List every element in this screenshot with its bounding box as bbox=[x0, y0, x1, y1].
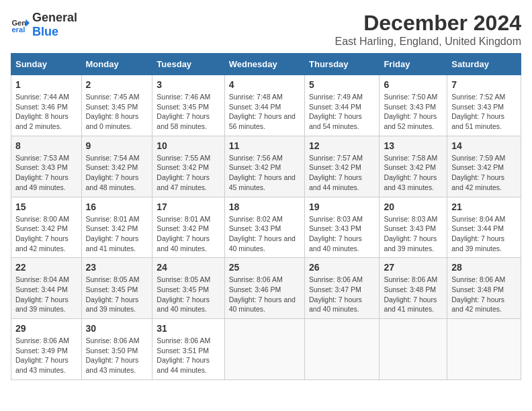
day-info: Sunrise: 7:56 AM Sunset: 3:42 PM Dayligh… bbox=[229, 153, 300, 193]
day-cell: 13 Sunrise: 7:58 AM Sunset: 3:42 PM Dayl… bbox=[380, 136, 447, 197]
sunrise: Sunrise: 8:01 AM bbox=[86, 215, 140, 223]
day-cell: 5 Sunrise: 7:49 AM Sunset: 3:44 PM Dayli… bbox=[305, 75, 380, 136]
sunset: Sunset: 3:45 PM bbox=[157, 285, 209, 293]
day-cell: 25 Sunrise: 8:06 AM Sunset: 3:46 PM Dayl… bbox=[224, 258, 304, 319]
day-number: 5 bbox=[309, 79, 375, 90]
logo-text: General Blue bbox=[32, 11, 77, 39]
subtitle: East Harling, England, United Kingdom bbox=[335, 36, 522, 48]
day-cell: 1 Sunrise: 7:44 AM Sunset: 3:46 PM Dayli… bbox=[11, 75, 82, 136]
day-number: 25 bbox=[229, 262, 300, 273]
daylight: Daylight: 7 hours and 43 minutes. bbox=[384, 173, 437, 191]
header-cell-tuesday: Tuesday bbox=[152, 54, 224, 75]
day-cell: 10 Sunrise: 7:55 AM Sunset: 3:42 PM Dayl… bbox=[152, 136, 224, 197]
sunset: Sunset: 3:43 PM bbox=[384, 103, 436, 111]
week-row-4: 22 Sunrise: 8:04 AM Sunset: 3:44 PM Dayl… bbox=[11, 258, 521, 319]
day-info: Sunrise: 8:01 AM Sunset: 3:42 PM Dayligh… bbox=[86, 214, 148, 254]
sunrise: Sunrise: 7:44 AM bbox=[15, 93, 69, 101]
day-info: Sunrise: 8:06 AM Sunset: 3:48 PM Dayligh… bbox=[384, 275, 443, 314]
main-title: December 2024 bbox=[335, 11, 522, 36]
daylight: Daylight: 7 hours and 52 minutes. bbox=[384, 112, 437, 130]
daylight: Daylight: 7 hours and 43 minutes. bbox=[15, 356, 69, 374]
day-number: 24 bbox=[157, 262, 220, 273]
sunset: Sunset: 3:43 PM bbox=[384, 224, 436, 232]
sunset: Sunset: 3:44 PM bbox=[229, 103, 281, 111]
day-cell: 17 Sunrise: 8:01 AM Sunset: 3:42 PM Dayl… bbox=[152, 197, 224, 258]
sunrise: Sunrise: 8:06 AM bbox=[451, 275, 505, 283]
day-info: Sunrise: 8:04 AM Sunset: 3:44 PM Dayligh… bbox=[451, 214, 517, 254]
sunset: Sunset: 3:42 PM bbox=[157, 224, 209, 232]
day-number: 29 bbox=[15, 323, 77, 334]
sunrise: Sunrise: 8:03 AM bbox=[309, 215, 363, 223]
day-cell: 19 Sunrise: 8:03 AM Sunset: 3:43 PM Dayl… bbox=[305, 197, 380, 258]
day-info: Sunrise: 7:49 AM Sunset: 3:44 PM Dayligh… bbox=[309, 92, 375, 132]
day-cell: 18 Sunrise: 8:02 AM Sunset: 3:43 PM Dayl… bbox=[224, 197, 304, 258]
day-cell: 12 Sunrise: 7:57 AM Sunset: 3:42 PM Dayl… bbox=[305, 136, 380, 197]
calendar-body: 1 Sunrise: 7:44 AM Sunset: 3:46 PM Dayli… bbox=[11, 75, 521, 380]
daylight: Daylight: 7 hours and 56 minutes. bbox=[229, 112, 296, 130]
day-info: Sunrise: 8:06 AM Sunset: 3:49 PM Dayligh… bbox=[15, 336, 77, 375]
sunrise: Sunrise: 8:05 AM bbox=[157, 275, 210, 283]
day-cell: 4 Sunrise: 7:48 AM Sunset: 3:44 PM Dayli… bbox=[224, 75, 304, 136]
sunset: Sunset: 3:42 PM bbox=[157, 163, 209, 171]
day-info: Sunrise: 8:01 AM Sunset: 3:42 PM Dayligh… bbox=[157, 214, 220, 254]
day-cell: 6 Sunrise: 7:50 AM Sunset: 3:43 PM Dayli… bbox=[380, 75, 447, 136]
day-cell: 23 Sunrise: 8:05 AM Sunset: 3:45 PM Dayl… bbox=[81, 258, 152, 319]
header-cell-saturday: Saturday bbox=[447, 54, 521, 75]
logo-icon: Gen eral bbox=[11, 15, 30, 34]
sunrise: Sunrise: 7:53 AM bbox=[15, 154, 69, 162]
daylight: Daylight: 7 hours and 45 minutes. bbox=[229, 173, 296, 191]
daylight: Daylight: 7 hours and 41 minutes. bbox=[384, 295, 437, 314]
sunset: Sunset: 3:46 PM bbox=[15, 103, 68, 111]
day-number: 4 bbox=[229, 79, 300, 90]
sunset: Sunset: 3:45 PM bbox=[157, 103, 209, 111]
day-info: Sunrise: 8:06 AM Sunset: 3:47 PM Dayligh… bbox=[309, 275, 375, 314]
sunrise: Sunrise: 7:54 AM bbox=[86, 154, 140, 162]
day-cell: 30 Sunrise: 8:06 AM Sunset: 3:50 PM Dayl… bbox=[81, 319, 152, 380]
day-number: 31 bbox=[157, 323, 220, 334]
week-row-2: 8 Sunrise: 7:53 AM Sunset: 3:43 PM Dayli… bbox=[11, 136, 521, 197]
sunset: Sunset: 3:45 PM bbox=[86, 285, 138, 293]
day-number: 6 bbox=[384, 79, 443, 90]
week-row-1: 1 Sunrise: 7:44 AM Sunset: 3:46 PM Dayli… bbox=[11, 75, 521, 136]
day-info: Sunrise: 8:06 AM Sunset: 3:46 PM Dayligh… bbox=[229, 275, 300, 314]
day-number: 19 bbox=[309, 201, 375, 212]
sunrise: Sunrise: 8:06 AM bbox=[15, 336, 69, 345]
daylight: Daylight: 8 hours and 0 minutes. bbox=[86, 112, 139, 130]
day-number: 16 bbox=[86, 201, 148, 212]
calendar-header-row: SundayMondayTuesdayWednesdayThursdayFrid… bbox=[11, 54, 521, 75]
header-cell-thursday: Thursday bbox=[305, 54, 380, 75]
day-cell bbox=[305, 319, 380, 380]
sunrise: Sunrise: 7:59 AM bbox=[451, 154, 505, 162]
sunrise: Sunrise: 8:06 AM bbox=[309, 275, 363, 283]
header-cell-monday: Monday bbox=[81, 54, 152, 75]
day-info: Sunrise: 8:06 AM Sunset: 3:48 PM Dayligh… bbox=[451, 275, 517, 314]
svg-text:eral: eral bbox=[11, 26, 25, 34]
sunset: Sunset: 3:44 PM bbox=[451, 224, 504, 232]
day-number: 21 bbox=[451, 201, 517, 212]
sunrise: Sunrise: 8:00 AM bbox=[15, 215, 69, 223]
daylight: Daylight: 7 hours and 49 minutes. bbox=[15, 173, 69, 191]
sunset: Sunset: 3:51 PM bbox=[157, 347, 209, 355]
day-cell: 14 Sunrise: 7:59 AM Sunset: 3:42 PM Dayl… bbox=[447, 136, 521, 197]
sunset: Sunset: 3:48 PM bbox=[451, 285, 504, 293]
day-cell: 31 Sunrise: 8:06 AM Sunset: 3:51 PM Dayl… bbox=[152, 319, 224, 380]
day-info: Sunrise: 8:04 AM Sunset: 3:44 PM Dayligh… bbox=[15, 275, 77, 314]
sunset: Sunset: 3:42 PM bbox=[451, 163, 504, 171]
day-info: Sunrise: 7:46 AM Sunset: 3:45 PM Dayligh… bbox=[157, 92, 220, 132]
sunset: Sunset: 3:44 PM bbox=[15, 285, 68, 293]
svg-marker-2 bbox=[26, 19, 30, 27]
sunset: Sunset: 3:43 PM bbox=[15, 163, 68, 171]
sunrise: Sunrise: 7:52 AM bbox=[451, 93, 505, 101]
day-info: Sunrise: 8:05 AM Sunset: 3:45 PM Dayligh… bbox=[157, 275, 220, 314]
day-number: 14 bbox=[451, 140, 517, 151]
day-number: 3 bbox=[157, 79, 220, 90]
day-info: Sunrise: 7:55 AM Sunset: 3:42 PM Dayligh… bbox=[157, 153, 220, 193]
day-number: 1 bbox=[15, 79, 77, 90]
daylight: Daylight: 7 hours and 39 minutes. bbox=[86, 295, 139, 314]
header-cell-wednesday: Wednesday bbox=[224, 54, 304, 75]
sunrise: Sunrise: 7:58 AM bbox=[384, 154, 437, 162]
day-info: Sunrise: 8:03 AM Sunset: 3:43 PM Dayligh… bbox=[384, 214, 443, 254]
calendar-table: SundayMondayTuesdayWednesdayThursdayFrid… bbox=[11, 53, 521, 380]
daylight: Daylight: 7 hours and 39 minutes. bbox=[384, 234, 437, 253]
sunrise: Sunrise: 7:57 AM bbox=[309, 154, 363, 162]
